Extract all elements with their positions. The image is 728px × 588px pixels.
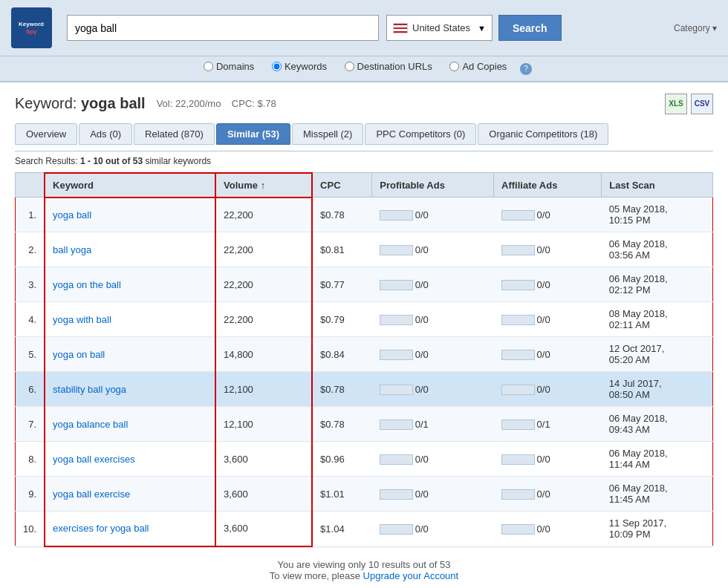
cell-profitable-ads: 0/0 (372, 337, 494, 372)
cell-profitable-ads: 0/0 (372, 477, 494, 512)
nav-domains[interactable]: Domains (204, 61, 254, 72)
cell-last-scan: 06 May 2018,11:44 AM (602, 442, 713, 477)
cell-volume: 22,200 (215, 302, 312, 337)
cell-volume: 22,200 (215, 197, 312, 232)
cell-keyword: yoga balance ball (45, 407, 215, 442)
profitable-ads-count: 0/0 (415, 244, 429, 255)
nav-keywords[interactable]: Keywords (272, 61, 327, 72)
profitable-ads-bar (380, 280, 413, 290)
keyword-link[interactable]: stability ball yoga (53, 384, 126, 395)
profitable-ads-bar (380, 245, 413, 255)
cell-affiliate-ads: 0/0 (494, 337, 602, 372)
keyword-link[interactable]: yoga ball (53, 209, 91, 220)
affiliate-ads-bar (501, 489, 535, 500)
table-row: 8.yoga ball exercises3,600$0.960/00/006 … (16, 442, 713, 477)
country-label: United States (412, 22, 470, 33)
cell-affiliate-ads: 0/0 (494, 477, 602, 512)
profitable-ads-bar (380, 454, 413, 465)
cell-keyword: yoga ball exercise (45, 477, 215, 512)
cell-no: 2. (16, 232, 45, 267)
col-affiliate-ads-header: Affiliate Ads (494, 173, 602, 197)
tab-misspell--2-[interactable]: Misspell (2) (292, 123, 363, 145)
profitable-ads-bar (380, 350, 413, 360)
search-button[interactable]: Search (498, 15, 562, 41)
affiliate-ads-bar (501, 280, 535, 290)
tab-similar--53-[interactable]: Similar (53) (216, 123, 290, 145)
keyword-link[interactable]: yoga on the ball (53, 279, 121, 290)
affiliate-ads-count: 0/0 (537, 279, 550, 290)
keyword-link[interactable]: yoga with ball (53, 314, 111, 325)
affiliate-ads-count: 0/0 (537, 384, 550, 395)
cell-affiliate-ads: 0/0 (494, 302, 602, 337)
cell-no: 3. (16, 267, 45, 302)
cell-last-scan: 14 Jul 2017,08:50 AM (602, 372, 713, 407)
cell-cpc: $0.96 (312, 442, 372, 477)
footer-line2-prefix: To view more, please (270, 570, 363, 581)
results-count: Search Results: 1 - 10 out of 53 similar… (15, 151, 713, 166)
results-description: similar keywords (145, 156, 211, 166)
affiliate-ads-count: 0/0 (537, 489, 550, 500)
affiliate-ads-bar (501, 454, 535, 465)
vol-value: 22,200/mo (175, 98, 221, 109)
profitable-ads-bar (380, 385, 413, 395)
profitable-ads-bar (380, 489, 413, 500)
keyword-value: yoga ball (81, 95, 146, 111)
profitable-ads-count: 0/0 (415, 279, 429, 290)
affiliate-ads-count: 0/0 (537, 349, 550, 360)
cell-profitable-ads: 0/0 (372, 372, 494, 407)
cell-affiliate-ads: 0/0 (494, 232, 602, 267)
profitable-ads-count: 0/0 (415, 314, 429, 325)
svg-text:Spy: Spy (26, 28, 37, 35)
tab-overview[interactable]: Overview (15, 123, 77, 145)
cell-cpc: $0.78 (312, 372, 372, 407)
logo-area: Keyword Spy (11, 7, 52, 48)
tab-related--870-[interactable]: Related (870) (134, 123, 215, 145)
table-row: 3.yoga on the ball22,200$0.770/00/006 Ma… (16, 267, 713, 302)
keyword-link[interactable]: yoga on ball (53, 349, 105, 360)
category-link[interactable]: Category ▾ (674, 23, 717, 33)
cell-cpc: $0.81 (312, 232, 372, 267)
cell-last-scan: 11 Sep 2017,10:09 PM (602, 512, 713, 546)
export-csv-button[interactable]: CSV (691, 94, 713, 114)
keyword-link[interactable]: yoga ball exercise (53, 489, 130, 500)
search-input[interactable] (67, 15, 379, 41)
affiliate-ads-count: 0/1 (537, 419, 550, 430)
cell-last-scan: 06 May 2018,11:45 AM (602, 477, 713, 512)
profitable-ads-count: 0/0 (415, 349, 429, 360)
results-range: 1 - 10 out of 53 (80, 156, 143, 166)
cell-no: 8. (16, 442, 45, 477)
cell-profitable-ads: 0/0 (372, 267, 494, 302)
table-row: 10.exercises for yoga ball3,600$1.040/00… (16, 512, 713, 546)
cell-profitable-ads: 0/0 (372, 197, 494, 232)
cell-keyword: yoga on the ball (45, 267, 215, 302)
tab-ads--0-[interactable]: Ads (0) (79, 123, 132, 145)
cell-cpc: $1.01 (312, 477, 372, 512)
affiliate-ads-bar (501, 315, 535, 325)
cell-affiliate-ads: 0/0 (494, 267, 602, 302)
cell-no: 1. (16, 197, 45, 232)
tab-ppc-competitors--0-[interactable]: PPC Competitors (0) (365, 123, 476, 145)
cell-last-scan: 06 May 2018,02:12 PM (602, 267, 713, 302)
table-row: 7.yoga balance ball12,100$0.780/10/106 M… (16, 407, 713, 442)
cell-no: 9. (16, 477, 45, 512)
cell-cpc: $0.78 (312, 407, 372, 442)
help-icon[interactable]: ? (520, 63, 532, 75)
keyword-link[interactable]: exercises for yoga ball (53, 523, 149, 534)
affiliate-ads-bar (501, 419, 535, 430)
tab-organic-competitors--18-[interactable]: Organic Competitors (18) (478, 123, 608, 145)
affiliate-ads-count: 0/0 (537, 244, 550, 255)
nav-ad-copies[interactable]: Ad Copies (449, 61, 507, 72)
nav-destination-urls[interactable]: Destination URLs (345, 61, 432, 72)
country-selector[interactable]: United States ▼ (386, 15, 493, 41)
affiliate-ads-count: 0/0 (537, 209, 550, 220)
col-volume-header: Volume ↑ (215, 173, 312, 197)
affiliate-ads-count: 0/0 (537, 314, 550, 325)
upgrade-link[interactable]: Upgrade your Account (363, 570, 459, 581)
export-xls-button[interactable]: XLS (665, 94, 687, 114)
cell-profitable-ads: 0/0 (372, 442, 494, 477)
cell-profitable-ads: 0/0 (372, 302, 494, 337)
keyword-link[interactable]: ball yoga (53, 244, 91, 255)
keyword-link[interactable]: yoga balance ball (53, 419, 128, 430)
cell-keyword: yoga on ball (45, 337, 215, 372)
keyword-link[interactable]: yoga ball exercises (53, 454, 135, 465)
